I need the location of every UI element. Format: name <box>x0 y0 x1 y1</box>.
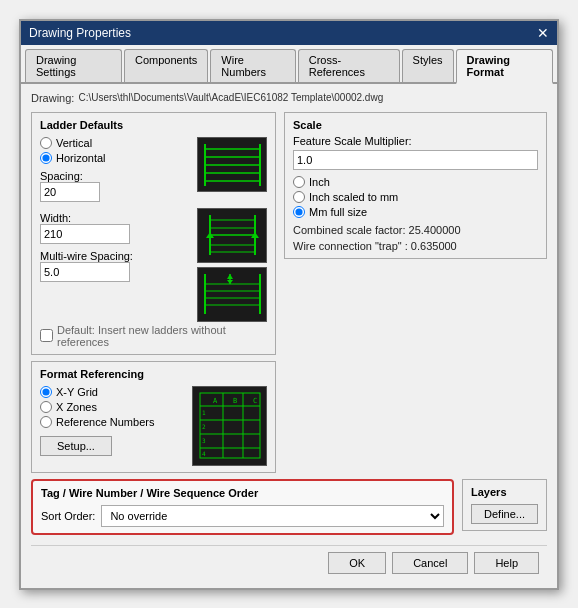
tab-cross-references[interactable]: Cross-References <box>298 49 400 82</box>
svg-text:C: C <box>253 397 257 405</box>
width-input[interactable] <box>40 224 130 244</box>
sort-order-label: Sort Order: <box>41 510 95 522</box>
svg-text:B: B <box>233 397 237 405</box>
help-button[interactable]: Help <box>474 552 539 574</box>
svg-text:3: 3 <box>202 437 206 444</box>
ladder-defaults-title: Ladder Defaults <box>40 119 267 131</box>
bottom-buttons-row: OK Cancel Help <box>31 545 547 580</box>
svg-text:2: 2 <box>202 423 206 430</box>
format-referencing-title: Format Referencing <box>40 368 267 380</box>
bottom-sections: Tag / Wire Number / Wire Sequence Order … <box>31 479 547 541</box>
filepath-label: Drawing: <box>31 92 74 104</box>
radio-mm-full[interactable]: Mm full size <box>293 206 538 218</box>
format-radio-group: X-Y Grid X Zones Reference Numbers <box>40 386 184 428</box>
ladder-defaults-section: Ladder Defaults Vertical Horizontal <box>31 112 276 355</box>
width-diagram <box>197 208 267 263</box>
svg-text:4: 4 <box>202 450 206 457</box>
spacing-row: Spacing: <box>40 170 191 182</box>
width-section: Width: Multi-wire Spacing: <box>40 208 191 282</box>
ladder-h-svg <box>200 139 265 189</box>
multiwire-label: Multi-wire Spacing: <box>40 250 191 262</box>
svg-text:A: A <box>213 397 218 405</box>
tab-styles[interactable]: Styles <box>402 49 454 82</box>
spacing-input[interactable] <box>40 182 100 202</box>
dialog-content: Drawing: C:\Users\thl\Documents\Vault\Ac… <box>21 84 557 588</box>
multiwire-svg <box>200 269 265 319</box>
tab-wire-numbers[interactable]: Wire Numbers <box>210 49 295 82</box>
format-inner: X-Y Grid X Zones Reference Numbers <box>40 386 267 466</box>
svg-text:1: 1 <box>202 409 206 416</box>
multiwire-section: Multi-wire Spacing: <box>40 250 191 282</box>
wire-connection-info: Wire connection "trap" : 0.635000 <box>293 240 538 252</box>
multiwire-diagram <box>197 267 267 322</box>
dialog-title: Drawing Properties <box>29 26 131 40</box>
sort-row: Sort Order: No override Ascending Descen… <box>41 505 444 527</box>
scale-title: Scale <box>293 119 538 131</box>
tab-bar: Drawing Settings Components Wire Numbers… <box>21 45 557 84</box>
right-section: Scale Feature Scale Multiplier: Inch Inc… <box>284 112 547 479</box>
feature-scale-label: Feature Scale Multiplier: <box>293 135 538 147</box>
tab-components[interactable]: Components <box>124 49 208 82</box>
width-label: Width: <box>40 212 71 224</box>
width-svg <box>200 210 265 260</box>
define-button[interactable]: Define... <box>471 504 538 524</box>
main-columns: Ladder Defaults Vertical Horizontal <box>31 112 547 479</box>
ladder-horizontal-diagram <box>197 137 267 192</box>
layers-title: Layers <box>471 486 538 498</box>
scale-radio-group: Inch Inch scaled to mm Mm full size <box>293 176 538 218</box>
spacing-label: Spacing: <box>40 170 83 182</box>
orientation-group: Vertical Horizontal <box>40 137 191 164</box>
left-section: Ladder Defaults Vertical Horizontal <box>31 112 276 479</box>
svg-marker-24 <box>227 280 233 284</box>
ladder-inner: Vertical Horizontal Spacing: <box>40 137 267 202</box>
radio-vertical[interactable]: Vertical <box>40 137 191 149</box>
tab-drawing-format[interactable]: Drawing Format <box>456 49 553 84</box>
feature-scale-input[interactable] <box>293 150 538 170</box>
close-button[interactable]: ✕ <box>537 26 549 40</box>
layers-section: Layers Define... <box>462 479 547 531</box>
format-referencing-section: Format Referencing X-Y Grid X Zones <box>31 361 276 473</box>
title-bar: Drawing Properties ✕ <box>21 21 557 45</box>
filepath-row: Drawing: C:\Users\thl\Documents\Vault\Ac… <box>31 92 547 104</box>
tab-drawing-settings[interactable]: Drawing Settings <box>25 49 122 82</box>
sort-order-select[interactable]: No override Ascending Descending <box>101 505 444 527</box>
multiwire-input[interactable] <box>40 262 130 282</box>
format-controls: X-Y Grid X Zones Reference Numbers <box>40 386 184 466</box>
ok-button[interactable]: OK <box>328 552 386 574</box>
radio-ref-numbers[interactable]: Reference Numbers <box>40 416 184 428</box>
filepath-value: C:\Users\thl\Documents\Vault\AcadE\IEC61… <box>78 92 383 103</box>
setup-button[interactable]: Setup... <box>40 436 112 456</box>
tag-wire-title: Tag / Wire Number / Wire Sequence Order <box>41 487 444 499</box>
format-diagram: A B C <box>192 386 267 466</box>
radio-xy-grid[interactable]: X-Y Grid <box>40 386 184 398</box>
format-svg: A B C <box>195 388 265 463</box>
cancel-button[interactable]: Cancel <box>392 552 468 574</box>
width-row: Width: <box>40 212 191 224</box>
tag-wire-section: Tag / Wire Number / Wire Sequence Order … <box>31 479 454 535</box>
layers-wrapper: Layers Define... <box>462 479 547 541</box>
radio-inch-mm[interactable]: Inch scaled to mm <box>293 191 538 203</box>
no-references-checkbox[interactable] <box>40 329 53 342</box>
radio-horizontal[interactable]: Horizontal <box>40 152 191 164</box>
scale-section: Scale Feature Scale Multiplier: Inch Inc… <box>284 112 547 259</box>
combined-scale-info: Combined scale factor: 25.400000 <box>293 224 538 236</box>
radio-x-zones[interactable]: X Zones <box>40 401 184 413</box>
drawing-properties-dialog: Drawing Properties ✕ Drawing Settings Co… <box>19 19 559 590</box>
no-references-row: Default: Insert new ladders without refe… <box>40 324 267 348</box>
radio-inch[interactable]: Inch <box>293 176 538 188</box>
no-references-label: Default: Insert new ladders without refe… <box>57 324 267 348</box>
tag-wrapper: Tag / Wire Number / Wire Sequence Order … <box>31 479 454 541</box>
svg-marker-23 <box>227 274 233 279</box>
ladder-controls: Vertical Horizontal Spacing: <box>40 137 191 202</box>
